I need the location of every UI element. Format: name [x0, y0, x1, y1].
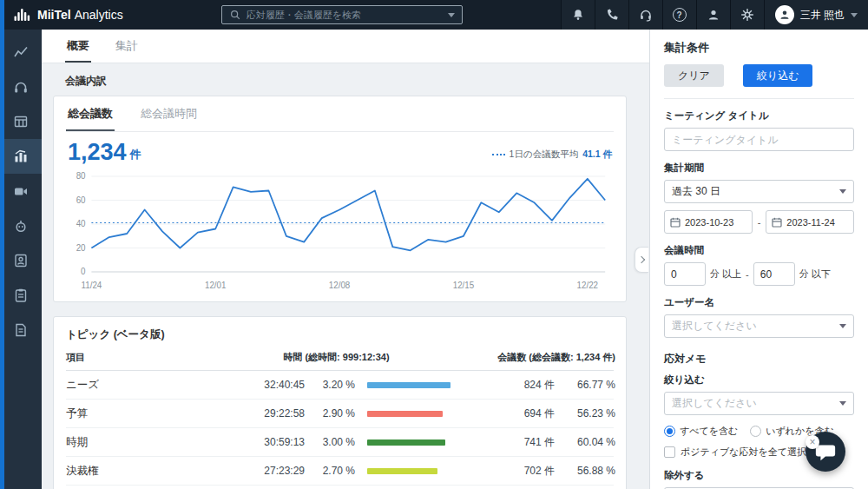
chevron-down-icon — [839, 189, 846, 194]
date-from-input[interactable]: 2023-10-23 — [664, 210, 753, 234]
memo-include-label: 絞り込む — [664, 373, 854, 387]
column-time: 時間 (総時間: 999:12:34) — [196, 351, 477, 364]
tab-overview[interactable]: 概要 — [65, 30, 91, 63]
table-row: ニーズ32:40:453.20 %824 件66.77 % — [66, 371, 614, 400]
memo-icon — [13, 287, 29, 303]
sidebar-item-contacts[interactable] — [0, 243, 42, 278]
topic-time: 29:22:58 — [196, 407, 305, 420]
topic-bar — [367, 382, 450, 388]
period-select[interactable]: 過去 30 日 — [664, 180, 854, 203]
duration-max-suffix: 分 以下 — [799, 268, 831, 281]
user-name: 三井 照也 — [800, 8, 845, 23]
table-row: 決裁権27:23:292.70 %702 件56.88 % — [66, 457, 614, 486]
sidebar-item-report[interactable] — [0, 35, 42, 69]
contacts-button[interactable] — [696, 0, 730, 30]
radio-on-icon — [664, 426, 675, 437]
radio-include-all[interactable]: すべてを含む — [664, 425, 738, 438]
topic-meeting-percent: 56.23 % — [555, 407, 615, 420]
calendar-icon — [670, 217, 681, 228]
panel-collapse-button[interactable] — [635, 247, 648, 273]
sidebar-item-bot[interactable] — [0, 208, 42, 243]
duration-min-input[interactable] — [664, 262, 706, 286]
topic-time-percent: 3.00 % — [305, 436, 355, 448]
headset-icon — [639, 8, 653, 22]
filter-panel: 集計条件 クリア 絞り込む ミーティング タイトル 集計期間 過去 30 日 — [649, 30, 868, 489]
topic-meeting-percent: 60.04 % — [555, 436, 615, 448]
avatar-person-icon — [779, 9, 791, 21]
apply-filter-button[interactable]: 絞り込む — [743, 64, 813, 87]
meeting-title-input[interactable] — [664, 128, 854, 151]
user-menu-caret-icon — [851, 13, 858, 17]
tab-total-meetings[interactable]: 総会議数 — [66, 96, 115, 131]
meetings-card: 総会議数 総会議時間 1,234 件 1日の会議数平均 41.1 件 0204 — [53, 96, 627, 302]
sidebar-item-meetings[interactable] — [0, 174, 42, 208]
meeting-icon — [13, 183, 29, 199]
topic-meeting-count: 824 件 — [477, 378, 555, 393]
report-icon — [13, 44, 29, 60]
support-button[interactable] — [628, 0, 662, 30]
tab-total-meeting-time[interactable]: 総会議時間 — [139, 96, 199, 131]
topic-name: ニーズ — [66, 378, 196, 393]
topic-meeting-percent: 66.77 % — [555, 379, 615, 391]
chat-close-button[interactable]: × — [806, 435, 819, 449]
memo-include-placeholder: 選択してください — [672, 396, 757, 411]
topic-meeting-percent: 56.88 % — [555, 465, 615, 477]
chart-area: 02040608011/2412/0112/0812/1512/22 — [66, 166, 614, 296]
section-title: 会議内訳 — [65, 74, 627, 89]
chevron-down-icon — [839, 324, 846, 328]
topbar-actions: ? — [561, 0, 868, 30]
search-input[interactable] — [247, 10, 443, 20]
app-window: MiiTelAnalytics — [0, 0, 868, 489]
average-value: 41.1 件 — [582, 149, 612, 161]
sidebar-item-call-history[interactable] — [0, 69, 42, 104]
duration-max-input[interactable] — [753, 262, 795, 286]
sidebar-item-documents[interactable] — [0, 313, 42, 347]
notifications-button[interactable] — [561, 0, 595, 30]
total-meetings-value: 1,234 — [68, 141, 127, 164]
svg-text:40: 40 — [76, 219, 86, 228]
topic-table-body: ニーズ32:40:453.20 %824 件66.77 %予算29:22:582… — [66, 371, 614, 489]
meeting-title-label: ミーティング タイトル — [664, 109, 854, 122]
svg-text:12/15: 12/15 — [453, 281, 475, 290]
table-row: 時期30:59:133.00 %741 件60.04 % — [66, 428, 614, 457]
main-tab-bar: 概要 集計 — [42, 30, 649, 63]
topic-time: 27:23:29 — [196, 465, 305, 477]
gear-icon — [740, 8, 754, 22]
brand-edge-strip — [0, 0, 4, 489]
svg-text:0: 0 — [81, 267, 86, 276]
analytics-icon — [13, 149, 29, 164]
checkbox-icon[interactable] — [664, 446, 675, 458]
divider — [664, 98, 854, 99]
phone-button[interactable] — [595, 0, 628, 30]
search-scope-caret-icon[interactable] — [448, 13, 455, 17]
svg-text:20: 20 — [76, 243, 86, 253]
period-value: 過去 30 日 — [672, 184, 720, 199]
topic-meeting-count: 741 件 — [477, 435, 555, 450]
meetings-line-chart: 02040608011/2412/0112/0812/1512/22 — [66, 169, 614, 293]
settings-button[interactable] — [730, 0, 764, 30]
sidebar-item-table[interactable] — [0, 104, 42, 139]
user-select[interactable]: 選択してください — [664, 314, 854, 338]
document-icon — [13, 322, 29, 338]
topic-bar-cell — [355, 382, 477, 388]
topic-bar-cell — [355, 411, 477, 417]
table-row: 予算29:22:582.90 %694 件56.23 % — [66, 400, 614, 428]
period-label: 集計期間 — [664, 162, 854, 175]
help-button[interactable]: ? — [662, 0, 696, 30]
dotted-line-icon — [492, 154, 505, 155]
date-to-input[interactable]: 2023-11-24 — [766, 210, 854, 234]
tab-aggregate[interactable]: 集計 — [114, 30, 140, 63]
memo-include-select[interactable]: 選択してください — [664, 392, 854, 415]
svg-text:12/22: 12/22 — [577, 281, 598, 290]
sidebar-item-memo[interactable] — [0, 278, 42, 313]
topic-bar — [367, 439, 445, 446]
user-menu[interactable]: 三井 照也 — [764, 0, 868, 30]
sidebar-item-analytics[interactable] — [0, 139, 42, 174]
topic-bar-cell — [355, 439, 477, 446]
clear-button[interactable]: クリア — [664, 64, 724, 87]
svg-text:12/08: 12/08 — [329, 281, 351, 290]
global-search — [221, 5, 463, 24]
column-meetings: 会議数 (総会議数: 1,234 件) — [477, 351, 615, 364]
call-history-icon — [13, 79, 29, 95]
svg-text:12/01: 12/01 — [205, 281, 227, 290]
